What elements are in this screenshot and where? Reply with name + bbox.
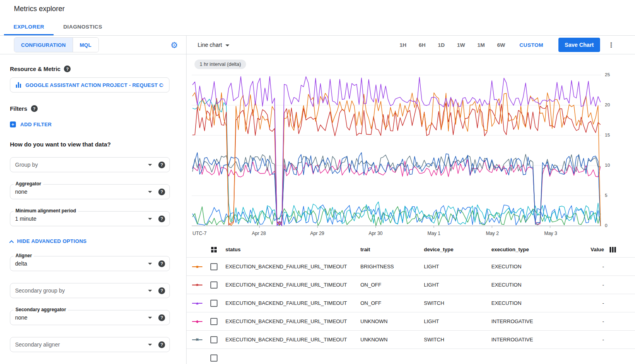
chevron-up-icon <box>9 240 13 245</box>
y-tick-label: 0 <box>605 223 607 228</box>
hide-advanced-options-toggle[interactable]: HIDE ADVANCED OPTIONS <box>10 238 169 244</box>
y-tick-label: 5 <box>605 193 607 198</box>
series-key-icon: ■ <box>192 264 202 270</box>
col-value: Value <box>583 247 604 252</box>
metric-chip[interactable]: GOOGLE ASSISTANT ACTION PROJECT - REQUES… <box>10 77 169 92</box>
secondary-aggregator-label: Secondary aggregator <box>13 307 68 312</box>
row-checkbox[interactable] <box>210 354 217 362</box>
cell-execution-type: EXECUTION <box>491 282 583 288</box>
cell-trait: UNKNOWN <box>360 318 424 324</box>
help-icon[interactable] <box>64 65 71 72</box>
configuration-mode-button[interactable]: CONFIGURATION <box>14 38 73 52</box>
range-1w-button[interactable]: 1W <box>457 42 465 48</box>
row-checkbox[interactable] <box>210 263 217 270</box>
help-icon[interactable] <box>158 162 165 168</box>
help-icon[interactable] <box>158 189 165 195</box>
save-chart-button[interactable]: Save Chart <box>558 38 600 52</box>
chevron-down-icon <box>225 44 229 46</box>
help-icon[interactable] <box>158 260 165 267</box>
view-data-heading: How do you want to view that data? <box>10 141 169 148</box>
secondary-group-by-placeholder: Secondary group by <box>15 287 145 294</box>
table-row: ◆ EXECUTION_BACKEND_FAILURE_URL_TIMEOUT … <box>187 312 635 331</box>
row-checkbox[interactable] <box>210 336 217 343</box>
main-area: CONFIGURATION MQL Resource & Metric GOOG… <box>0 36 635 364</box>
y-tick-label: 15 <box>605 133 610 137</box>
gear-icon[interactable] <box>169 40 179 50</box>
y-tick-label: 20 <box>605 102 610 107</box>
table-row: ▲ EXECUTION_BACKEND_FAILURE_URL_TIMEOUT … <box>187 294 635 312</box>
x-axis-labels: UTC-7Apr 28Apr 29Apr 30May 1May 2May 3 <box>192 231 601 238</box>
help-icon[interactable] <box>158 287 165 294</box>
range-1m-button[interactable]: 1M <box>477 42 485 48</box>
help-icon[interactable] <box>31 105 38 112</box>
line-chart[interactable]: 2520151050 <box>192 71 620 230</box>
filters-section: Filters <box>10 105 169 112</box>
cell-device-type: SWITCH <box>424 300 491 306</box>
help-icon[interactable] <box>158 314 165 321</box>
chevron-down-icon <box>148 344 152 346</box>
chart-type-dropdown[interactable]: Line chart <box>198 42 229 48</box>
cell-device-type: LIGHT <box>424 318 491 324</box>
secondary-aligner-select[interactable]: Secondary aligner <box>10 337 170 352</box>
x-tick-label: Apr 28 <box>252 231 266 236</box>
min-alignment-field: Minimum alignment period 1 minute <box>10 211 170 226</box>
chevron-down-icon <box>148 218 152 220</box>
secondary-group-by-select[interactable]: Secondary group by <box>10 283 170 298</box>
series-key-icon: ★ <box>192 282 202 288</box>
secondary-aggregator-value: none <box>15 314 145 321</box>
table-row-partial <box>187 349 635 364</box>
x-tick-label: Apr 29 <box>310 231 324 236</box>
cell-value: - <box>583 300 604 306</box>
aligner-select[interactable]: delta <box>10 256 170 271</box>
chevron-down-icon <box>148 317 152 319</box>
aggregator-label: Aggregator <box>13 181 43 187</box>
aligner-label: Aligner <box>13 253 34 258</box>
cell-execution-type: INTERROGATIVE <box>491 318 583 324</box>
add-filter-button[interactable]: ADD FILTER <box>10 121 169 127</box>
help-icon[interactable] <box>158 341 165 348</box>
mode-switch: CONFIGURATION MQL <box>14 37 99 52</box>
tab-explorer[interactable]: EXPLORER <box>4 18 54 35</box>
cell-value: - <box>583 264 604 270</box>
cell-trait: UNKNOWN <box>360 337 424 343</box>
row-checkbox[interactable] <box>210 318 217 325</box>
series-table: status trait device_type execution_type … <box>187 242 635 364</box>
aligner-field: Aligner delta <box>10 256 170 271</box>
row-checkbox[interactable] <box>210 281 217 289</box>
time-range-group: 1H 6H 1D 1W 1M 6W <box>400 42 505 48</box>
mql-mode-button[interactable]: MQL <box>73 38 98 52</box>
group-by-select[interactable]: Group by <box>10 157 170 172</box>
more-vert-icon[interactable] <box>606 41 616 49</box>
app-header: Metrics explorer <box>0 0 635 18</box>
min-alignment-label: Minimum alignment period <box>13 208 78 214</box>
help-icon[interactable] <box>158 216 165 222</box>
cell-device-type: SWITCH <box>424 337 491 343</box>
y-tick-label: 25 <box>605 72 610 77</box>
columns-icon[interactable] <box>610 247 623 252</box>
x-tick-label: May 2 <box>486 231 499 236</box>
chart-canvas[interactable] <box>192 71 601 230</box>
range-6w-button[interactable]: 6W <box>497 42 505 48</box>
table-row: ✖ EXECUTION_BACKEND_FAILURE_URL_TIMEOUT … <box>187 331 635 349</box>
chart-toolbar: Line chart 1H 6H 1D 1W 1M 6W CUSTOM Save… <box>187 36 635 54</box>
range-1h-button[interactable]: 1H <box>400 42 406 48</box>
cell-status: EXECUTION_BACKEND_FAILURE_URL_TIMEOUT <box>225 300 360 306</box>
group-by-field: Group by <box>10 157 170 172</box>
range-1d-button[interactable]: 1D <box>438 42 444 48</box>
cell-status: EXECUTION_BACKEND_FAILURE_URL_TIMEOUT <box>225 318 360 324</box>
cell-status: EXECUTION_BACKEND_FAILURE_URL_TIMEOUT <box>225 282 360 288</box>
cell-value: - <box>583 282 604 288</box>
tab-diagnostics[interactable]: DIAGNOSTICS <box>54 18 112 35</box>
range-6h-button[interactable]: 6H <box>419 42 425 48</box>
chevron-down-icon <box>148 290 152 292</box>
top-tabbar: EXPLORER DIAGNOSTICS <box>0 18 635 36</box>
secondary-aligner-placeholder: Secondary aligner <box>15 341 145 348</box>
grid-icon[interactable] <box>211 247 217 252</box>
cell-trait: ON_OFF <box>360 282 424 288</box>
row-checkbox[interactable] <box>210 300 217 307</box>
resource-metric-label: Resource & Metric <box>10 66 60 72</box>
series-key-icon: ◆ <box>192 319 202 324</box>
aligner-value: delta <box>15 260 145 267</box>
range-custom-button[interactable]: CUSTOM <box>520 42 543 48</box>
chart-panel: Line chart 1H 6H 1D 1W 1M 6W CUSTOM Save… <box>187 36 635 364</box>
